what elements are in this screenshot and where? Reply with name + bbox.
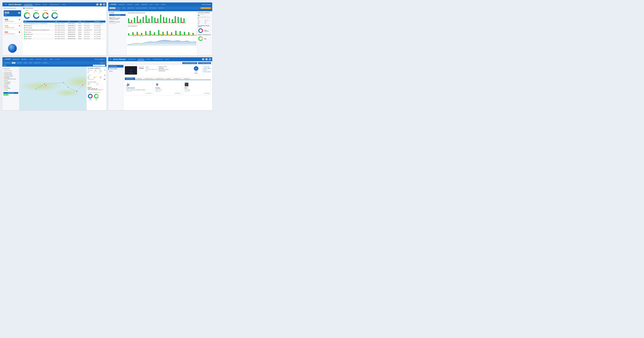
- dm2-nav: Device Manager DASHBOARD MONITOR SETUP T…: [108, 57, 212, 61]
- sub-map[interactable]: MAP: [12, 62, 15, 64]
- dm2-sidebar-devices-status[interactable]: Devices Status: [108, 68, 124, 70]
- table-row[interactable]: Rosy Karimon: [23, 25, 54, 27]
- tree-item[interactable]: ▶ USA: [3, 84, 18, 86]
- tree-item[interactable]: ▶ Nanning: [3, 83, 18, 84]
- bar-group: [175, 16, 177, 23]
- sub-endpoints[interactable]: ENDPOINTS: [127, 7, 134, 9]
- sidebar-search[interactable]: [3, 70, 18, 72]
- map-nav-statistics[interactable]: STATISTICS: [35, 59, 42, 60]
- tree-item[interactable]: ▶ Device_Agents: [3, 75, 18, 77]
- sub-endpoints[interactable]: ENDPOINTS: [34, 62, 41, 64]
- refresh-details-link[interactable]: ↻ Refresh details: [202, 71, 211, 72]
- map-nav-dashboard[interactable]: DASHBOARD: [12, 59, 20, 60]
- ovoc-nav-calls[interactable]: CALLS: [149, 4, 154, 5]
- map-nav-system[interactable]: SYSTEM: [54, 59, 60, 60]
- collect-logs-link[interactable]: 📄 Collect logs: [202, 66, 211, 67]
- dm2-user-icon[interactable]: 👤: [209, 58, 211, 60]
- tab-summary[interactable]: SUMMARY: [135, 78, 143, 80]
- sub-sites[interactable]: SITES: [28, 62, 33, 64]
- dm2-settings-icon[interactable]: ⚙: [206, 58, 208, 60]
- map-nav-network[interactable]: NETWORK: [21, 59, 28, 60]
- peripheral-model: RC-RXV80: [184, 89, 190, 90]
- table-row[interactable]: Eyton Barnes: [23, 36, 54, 38]
- sub-groups[interactable]: GROUPS: [42, 62, 48, 64]
- add-button[interactable]: ADD ▼: [99, 62, 105, 64]
- ovoc-nav-system[interactable]: SYSTEM: [160, 4, 166, 5]
- ovoc-nav-dashboard[interactable]: DASHBOARD: [118, 4, 126, 5]
- filters-section: FILTERS: [3, 90, 18, 91]
- generate-config-button[interactable]: ⚙ Generate Configuration: [182, 62, 197, 64]
- dm-nav-troubleshoot[interactable]: TROUBLESHOOT: [49, 4, 60, 6]
- tree-item[interactable]: ▶ Whatapar: [3, 87, 18, 89]
- restart-link[interactable]: ↺ Restart: [202, 69, 211, 71]
- sub-sites[interactable]: SITES: [122, 7, 126, 9]
- tab-peripherals[interactable]: PERIPHERALS: [125, 78, 135, 80]
- status-row: Status Registering: [146, 68, 190, 69]
- tree-item[interactable]: ▶ AudioCodes: [3, 72, 18, 74]
- tab-actions-list[interactable]: ACTIONS LIST: [172, 78, 182, 80]
- sub-devices[interactable]: DEVICES: [16, 62, 22, 64]
- tab-version-info[interactable]: VERSION INFO: [154, 78, 165, 80]
- dm2-search-icon[interactable]: 🔍: [202, 58, 204, 60]
- sub-devices[interactable]: DEVICES: [110, 7, 116, 9]
- add-filter-map-button[interactable]: ADD FILTER: [3, 92, 18, 94]
- map-search-input[interactable]: [93, 65, 105, 66]
- device-info: Version TEAMS_1.17.101 Status Registerin…: [146, 66, 190, 72]
- tree-item[interactable]: ▶ IPPBND: [3, 77, 18, 78]
- settings-icon[interactable]: ⚙: [100, 3, 102, 6]
- dm2-nav-epos[interactable]: EPOS: [165, 58, 170, 60]
- tree-item[interactable]: ▶ IPPBND-TESTtenant: [3, 78, 18, 80]
- table-row[interactable]: Gerrit Sharon: [23, 38, 54, 40]
- tab-network-info[interactable]: NETWORK INFO: [143, 78, 154, 80]
- table-row[interactable]: Leon Krainer: [23, 31, 54, 33]
- tree-item[interactable]: ▶ Ubica: [3, 86, 18, 87]
- panel-ovoc-qoe: ● OVOC DASHBOARD NETWORK ALARMS STATISTI…: [108, 3, 212, 55]
- table-row[interactable]: Robert.Hedman@audiocodes.com 0009BF914c6…: [23, 29, 54, 31]
- table-row[interactable]: Colin Saturday: [23, 27, 54, 29]
- tab-advanced[interactable]: ADVANCED: [182, 78, 191, 80]
- update-software-link[interactable]: ↑ Update software: [202, 68, 211, 69]
- dm2-nav-troubleshoot[interactable]: TROUBLESHOOT: [152, 58, 164, 60]
- map-nav-alarms[interactable]: ALARMS: [28, 59, 34, 60]
- tab-alarms[interactable]: ALARMS: [165, 78, 172, 80]
- failed-donut: [198, 28, 203, 33]
- sub-pm-profiles[interactable]: PM PROFILES: [148, 7, 157, 9]
- ovoc-nav-network[interactable]: NETWORK: [126, 4, 133, 5]
- dm2-nav-dashboard[interactable]: DASHBOARD: [127, 58, 136, 60]
- table-row[interactable]: Reception-4004: [23, 33, 54, 36]
- sub-reports[interactable]: REPORTS: [158, 7, 164, 9]
- sub-lines[interactable]: LINES: [116, 7, 121, 9]
- user-avatar: U: [194, 66, 198, 71]
- dm-nav-setup[interactable]: SETUP: [42, 4, 48, 6]
- user-id: RXV80: [194, 73, 198, 74]
- tree-item[interactable]: ▶ Singapore: [3, 81, 18, 83]
- dm-nav-epos[interactable]: EPOS: [62, 4, 66, 6]
- total-calls-item: TOTAL CALLS: 85: [198, 14, 211, 16]
- sub-ad-locations[interactable]: AD USER LOCATIONS: [135, 7, 148, 9]
- dm2-sidebar-alarms[interactable]: Alarms: [108, 70, 124, 73]
- camera-lens: [130, 70, 132, 71]
- dm-nav-dashboard[interactable]: DASHBOARD: [24, 3, 33, 6]
- map-nav-users[interactable]: USERS: [48, 59, 54, 60]
- ovoc-nav-statistics[interactable]: STATISTICS: [141, 4, 148, 5]
- ovoc-nav-users[interactable]: USERS: [154, 4, 159, 5]
- search-icon[interactable]: 🔍: [96, 3, 98, 6]
- refresh-button[interactable]: Stop Auto Refresh: [200, 7, 211, 9]
- col-mac: MAC: [67, 21, 78, 23]
- sub-topology[interactable]: TOPOLOGY: [4, 62, 11, 64]
- tree-item[interactable]: ▶ BizProTenant: [3, 74, 18, 75]
- dm2-nav-setup[interactable]: SETUP: [146, 58, 151, 60]
- table-row[interactable]: def.Rosenberg@audiocodes.com 00009F96ec2…: [23, 23, 54, 25]
- map-nav-calls[interactable]: CALLS: [43, 59, 48, 60]
- tree-item[interactable]: ▶ Link: [3, 80, 18, 81]
- chart2-container: CALLS QUALITY ■ Unknown ■ Poor ■ Fair ■ …: [128, 25, 196, 37]
- add-filter-button[interactable]: ADD FILTER: [109, 14, 126, 16]
- ovoc-nav-alarms[interactable]: ALARMS: [134, 4, 140, 5]
- dm-nav-monitor[interactable]: MONITOR: [34, 4, 41, 6]
- network-topology-button[interactable]: 🔗 Network Topology: [198, 62, 211, 64]
- peripheral-connected-status: Connected: [174, 93, 180, 94]
- dm2-nav-monitor[interactable]: MONITOR: [138, 58, 144, 61]
- network-summary-title: NETWORK SUMMARY: [88, 68, 106, 69]
- sub-links[interactable]: LINKS: [23, 62, 28, 64]
- user-icon[interactable]: 👤: [103, 3, 105, 6]
